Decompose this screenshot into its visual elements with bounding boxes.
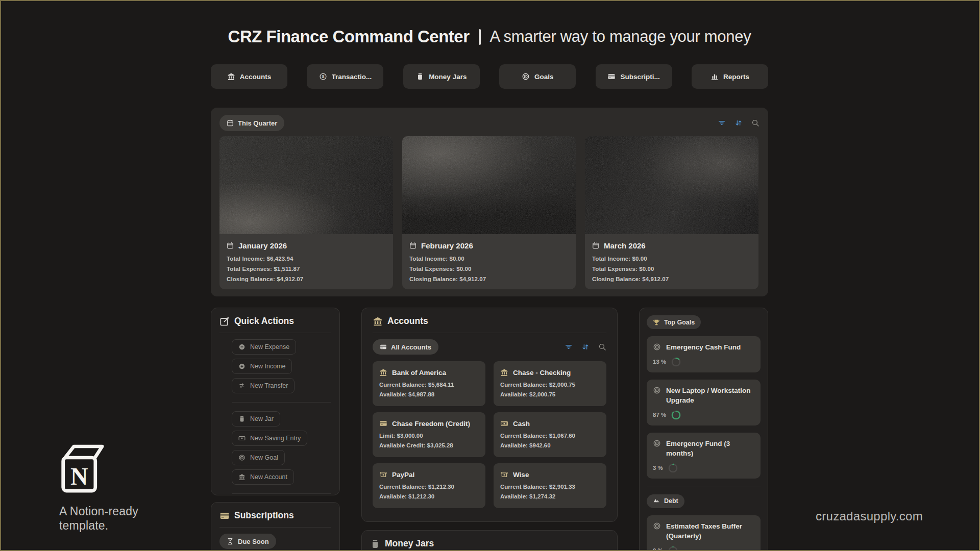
nav-button-transactions[interactable]: Transactio... — [307, 64, 383, 89]
account-limit: Limit: $3,000.00 — [379, 433, 479, 439]
new-expense-button[interactable]: New Expense — [232, 339, 296, 355]
account-card-wise[interactable]: Wise Current Balance: $2,901.33 Availabl… — [494, 463, 606, 508]
account-card-cash[interactable]: Cash Current Balance: $1,067.60 Availabl… — [494, 412, 606, 457]
account-name: Bank of America — [392, 369, 446, 377]
filter-icon[interactable] — [565, 343, 573, 351]
nav-button-money-jars[interactable]: Money Jars — [403, 64, 480, 89]
month-card-february[interactable]: February 2026 Total Income: $0.00 Total … — [402, 136, 576, 289]
minus-circle-icon — [238, 343, 246, 350]
month-title: March 2026 — [604, 241, 646, 250]
view-tab-label: All Accounts — [391, 343, 431, 351]
goal-name: Emergency Cash Fund — [666, 342, 741, 353]
goal-name: New Laptop / Workstation Upgrade — [666, 386, 754, 406]
cash-icon — [500, 419, 508, 428]
account-card-bank-of-america[interactable]: Bank of America Current Balance: $5,684.… — [373, 361, 485, 406]
account-balance: Current Balance: $5,684.11 — [379, 382, 479, 388]
goal-progress-ring — [671, 410, 681, 420]
month-card-january[interactable]: January 2026 Total Income: $6,423.94 Tot… — [219, 136, 393, 289]
button-label: New Saving Entry — [250, 435, 301, 442]
bank-icon — [373, 316, 383, 327]
divider — [232, 402, 331, 403]
account-card-paypal[interactable]: PayPal Current Balance: $1,212.30 Availa… — [373, 463, 485, 508]
nav-label: Accounts — [240, 73, 272, 81]
view-tab-label: Top Goals — [664, 319, 695, 326]
goal-percent: 0 % — [653, 547, 663, 551]
view-tab-top-goals[interactable]: Top Goals — [647, 315, 701, 329]
hourglass-icon — [227, 538, 234, 545]
accounts-panel: Accounts All Accounts — [361, 308, 618, 522]
new-account-button[interactable]: New Account — [232, 469, 294, 485]
account-available: Available: $2,000.75 — [500, 391, 600, 397]
edit-icon — [219, 316, 230, 327]
view-tab-debt[interactable]: Debt — [647, 494, 684, 508]
button-label: New Account — [250, 473, 287, 481]
new-income-button[interactable]: New Income — [232, 359, 292, 374]
accounts-title: Accounts — [387, 316, 428, 327]
goal-name: Emergency Fund (3 months) — [666, 439, 754, 459]
money-wings-icon — [500, 470, 508, 479]
jar-icon — [416, 72, 424, 81]
view-tab-this-quarter[interactable]: This Quarter — [219, 115, 284, 131]
search-icon[interactable] — [598, 343, 606, 351]
account-card-chase-freedom[interactable]: Chase Freedom (Credit) Limit: $3,000.00 … — [373, 412, 485, 457]
page-subtitle: A smarter way to manage your money — [490, 28, 751, 46]
account-name: Wise — [513, 471, 529, 479]
quick-actions-title: Quick Actions — [234, 316, 294, 327]
new-goal-button[interactable]: New Goal — [232, 450, 285, 465]
account-available: Available: $942.60 — [500, 442, 600, 448]
search-icon[interactable] — [751, 119, 760, 127]
goal-progress-ring — [668, 546, 678, 551]
target-icon — [653, 439, 661, 447]
card-icon — [379, 419, 387, 428]
nav-button-goals[interactable]: Goals — [499, 64, 576, 89]
button-label: New Income — [250, 363, 285, 370]
filter-icon[interactable] — [718, 119, 726, 127]
account-name: Chase - Checking — [513, 369, 571, 377]
account-balance: Current Balance: $1,212.30 — [379, 484, 479, 490]
chart-icon — [710, 72, 719, 81]
brand-line-2: template. — [59, 518, 138, 533]
nav-label: Reports — [723, 73, 749, 81]
new-jar-button[interactable]: New Jar — [232, 411, 280, 427]
month-card-march[interactable]: March 2026 Total Income: $0.00 Total Exp… — [585, 136, 758, 289]
button-label: New Jar — [250, 415, 274, 422]
jar-icon — [238, 415, 246, 422]
title-separator — [479, 29, 481, 45]
account-card-chase-checking[interactable]: Chase - Checking Current Balance: $2,000… — [494, 361, 606, 406]
target-icon — [653, 522, 661, 530]
nav-button-reports[interactable]: Reports — [692, 64, 768, 89]
divider — [373, 333, 606, 333]
view-tab-all-accounts[interactable]: All Accounts — [373, 339, 438, 355]
notion-brand: N A Notion-ready template. — [59, 443, 138, 533]
new-saving-entry-button[interactable]: New Saving Entry — [232, 431, 307, 446]
bank-icon — [500, 368, 508, 377]
jar-icon — [370, 539, 380, 549]
sort-icon[interactable] — [734, 119, 743, 127]
brand-line-1: A Notion-ready — [59, 504, 138, 518]
button-label: New Goal — [250, 454, 278, 461]
page-title: CRZ Finance Command Center A smarter way… — [211, 26, 768, 48]
goal-card-estimated-taxes-buffer[interactable]: Estimated Taxes Buffer (Quarterly) 0 % — [647, 515, 761, 551]
target-icon — [653, 343, 661, 351]
button-label: New Expense — [250, 343, 289, 350]
nav-button-accounts[interactable]: Accounts — [211, 64, 287, 89]
card-icon — [380, 343, 387, 350]
account-available: Available: $1,212.30 — [379, 493, 479, 499]
month-title: February 2026 — [421, 241, 473, 250]
view-tab-label: This Quarter — [238, 119, 277, 127]
goal-card-emergency-fund-3-months[interactable]: Emergency Fund (3 months) 3 % — [647, 433, 761, 479]
month-total-income: Total Income: $0.00 — [592, 256, 751, 262]
goal-card-new-laptop[interactable]: New Laptop / Workstation Upgrade 87 % — [647, 380, 761, 425]
subscriptions-panel: Subscriptions Due Soon — [211, 502, 340, 551]
divider — [232, 493, 331, 494]
account-available-credit: Available Credit: $3,025.28 — [379, 442, 479, 448]
month-cover-image — [219, 136, 393, 234]
goal-card-emergency-cash-fund[interactable]: Emergency Cash Fund 13 % — [647, 336, 761, 372]
view-tab-due-soon[interactable]: Due Soon — [219, 534, 276, 549]
sort-icon[interactable] — [581, 343, 590, 351]
plus-circle-icon — [238, 363, 246, 370]
account-name: Cash — [513, 420, 530, 428]
new-transfer-button[interactable]: New Transfer — [232, 378, 295, 393]
nav-button-subscriptions[interactable]: Subscripti... — [596, 64, 672, 89]
goal-percent: 3 % — [653, 465, 663, 471]
